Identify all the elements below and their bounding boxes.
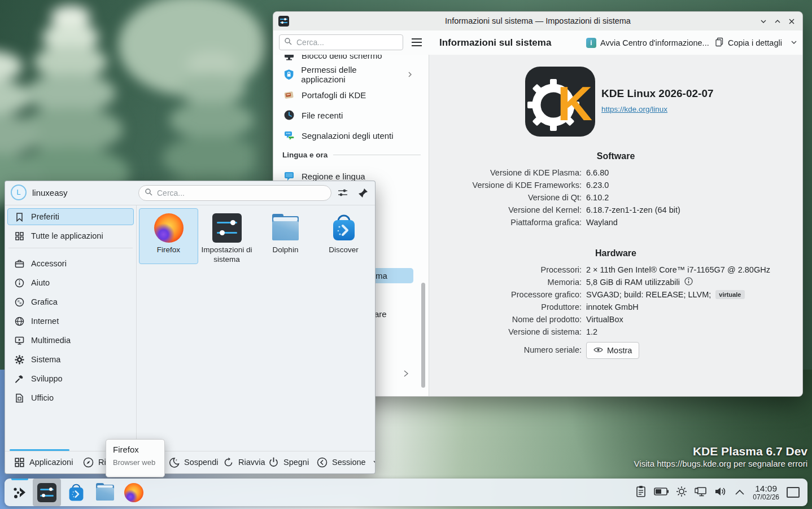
software-section-title: Software (429, 151, 802, 161)
task-firefox[interactable] (120, 479, 148, 506)
volume-icon[interactable] (714, 486, 727, 499)
sidebar-section-language-time: Lingua e ora (282, 149, 421, 160)
grid-icon (15, 231, 24, 241)
sidebar-item-user-feedback[interactable]: *** Segnalazioni degli utenti (278, 125, 419, 146)
sidebar-scrollbar[interactable] (421, 283, 425, 388)
launch-info-center-label: Avvia Centro d'informazione... (600, 38, 709, 47)
tab-applications[interactable]: Applicazioni (14, 451, 73, 473)
page-title: Informazioni sul sistema (439, 30, 551, 55)
product-name: KDE Linux 2026-02-07 (601, 87, 714, 100)
settings-search-input[interactable] (295, 37, 398, 47)
pin-icon[interactable] (357, 187, 369, 199)
briefcase-icon (15, 259, 24, 269)
minimize-icon[interactable] (759, 17, 767, 25)
close-icon[interactable] (788, 17, 796, 25)
info-row: Nome del prodotto:VirtualBox (429, 313, 802, 326)
sidebar-item-recent-files[interactable]: File recenti (278, 105, 419, 125)
network-icon[interactable] (695, 486, 707, 499)
sidebar-divider (8, 248, 133, 248)
chevron-down-icon (791, 38, 797, 47)
product-url-link[interactable]: https://kde.org/linux (601, 105, 667, 113)
show-desktop-button[interactable] (787, 487, 800, 498)
info-row: Produttore:innotek GmbH (429, 301, 802, 313)
info-row: Memoria: 5,8 GiB di RAM utilizzabili (429, 276, 802, 288)
sidebar-item-kde-wallet[interactable]: Portafogli di KDE (278, 85, 419, 105)
tooltip-subtitle: Browser web (113, 458, 158, 467)
graphics-icon (15, 297, 24, 307)
globe-icon (15, 317, 24, 326)
plasma-dev-watermark: KDE Plasma 6.7 Dev Visita https://bugs.k… (634, 445, 807, 469)
clipboard-icon[interactable] (635, 485, 647, 500)
digital-clock[interactable]: 14:09 07/02/26 (753, 484, 779, 502)
copy-details-button[interactable]: Copia i dettagli (715, 30, 797, 55)
hamburger-menu-icon[interactable] (409, 35, 425, 50)
bookmark-icon (15, 212, 24, 222)
app-system-settings[interactable]: Impostazioni di sistema (197, 208, 256, 264)
titlebar[interactable]: Informazioni sul sistema — Impostazioni … (273, 12, 802, 31)
settings-search-field[interactable] (279, 34, 403, 50)
app-launcher-button[interactable] (6, 479, 34, 506)
sidebar-item-accessories[interactable]: Accessori (7, 255, 134, 272)
app-discover[interactable]: Discover (314, 208, 373, 264)
kickoff-icon (11, 484, 28, 501)
sidebar-item-multimedia[interactable]: Multimedia (7, 332, 134, 349)
maximize-icon[interactable] (774, 17, 782, 25)
info-circle-icon (15, 278, 24, 288)
hammer-icon (15, 374, 24, 384)
power-icon (268, 457, 279, 468)
sidebar-item-favorites[interactable]: Preferiti (7, 208, 134, 225)
task-dolphin[interactable] (91, 479, 119, 506)
svg-text:K: K (557, 76, 592, 130)
discover-icon (67, 483, 86, 502)
sidebar-item-all-applications[interactable]: Tutte le applicazioni (7, 227, 134, 244)
system-info-pane: K KDE Linux 2026-02-07 https://kde.org/l… (429, 55, 802, 396)
clock-time: 14:09 (753, 484, 779, 494)
clock-icon (283, 109, 295, 121)
clock-date: 07/02/26 (753, 494, 779, 502)
monitor-play-icon (15, 336, 24, 345)
settings-toolbar: Informazioni sul sistema i Avvia Centro … (273, 30, 802, 55)
info-row: Versione di KDE Plasma:6.6.80 (429, 166, 802, 179)
shield-lock-icon (283, 69, 294, 80)
tray-expander-icon[interactable] (734, 488, 745, 498)
launcher-search-field[interactable] (138, 185, 331, 201)
battery-icon[interactable] (654, 488, 669, 498)
show-serial-button[interactable]: Mostra (586, 342, 639, 359)
info-row: Versione di sistema:1.2 (429, 326, 802, 338)
sidebar-item-partial[interactable]: are (374, 309, 387, 319)
screen-lock-icon (283, 55, 295, 61)
watermark-bugs-url: Visita https://bugs.kde.org per segnalar… (634, 458, 807, 469)
system-tray: 14:09 07/02/26 (635, 479, 800, 506)
sidebar-item-development[interactable]: Sviluppo (7, 370, 134, 387)
firefox-icon (124, 483, 143, 502)
sidebar-item-app-permissions[interactable]: Permessi delle applicazioni (278, 64, 419, 85)
session-button[interactable]: Sessione (317, 451, 376, 473)
sidebar-item-office[interactable]: Ufficio (7, 389, 134, 406)
launch-info-center-button[interactable]: i Avvia Centro d'informazione... (586, 30, 709, 55)
discover-icon (329, 213, 359, 243)
firefox-tooltip: Firefox Browser web (106, 439, 165, 477)
user-avatar[interactable]: L (11, 185, 27, 200)
chevron-right-icon (402, 369, 410, 380)
launcher-search-input[interactable] (156, 188, 325, 198)
restart-button[interactable]: Riavvia (223, 451, 265, 473)
configure-icon[interactable] (337, 187, 348, 199)
app-firefox[interactable]: Firefox (139, 208, 198, 264)
system-settings-icon (212, 213, 242, 243)
kde-linux-logo: K (525, 67, 595, 137)
sidebar-item-help[interactable]: Aiuto (7, 274, 134, 291)
window-title: Informazioni sul sistema — Impostazioni … (273, 12, 802, 30)
sidebar-item-internet[interactable]: Internet (7, 313, 134, 330)
shutdown-button[interactable]: Spegni (268, 451, 309, 473)
task-discover[interactable] (62, 479, 90, 506)
task-system-settings[interactable] (33, 479, 61, 506)
launcher-header: L linuxeasy (5, 181, 375, 205)
system-settings-icon (37, 483, 56, 502)
suspend-button[interactable]: z Sospendi (169, 451, 218, 473)
app-dolphin[interactable]: Dolphin (256, 208, 315, 264)
sidebar-item-system[interactable]: Sistema (7, 351, 134, 368)
brightness-icon[interactable] (676, 486, 687, 499)
compass-icon (83, 457, 94, 468)
sidebar-item-graphics[interactable]: Grafica (7, 293, 134, 310)
memory-info-icon[interactable] (684, 277, 693, 287)
